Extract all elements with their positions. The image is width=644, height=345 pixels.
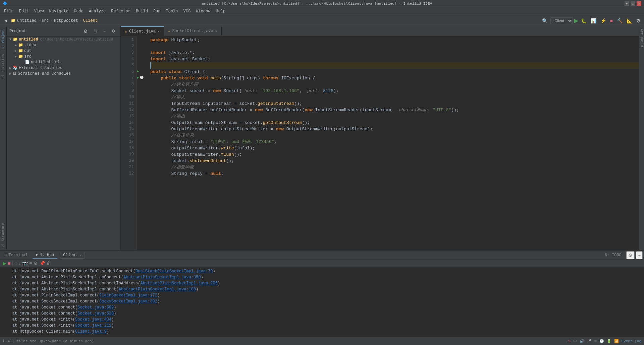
run-button[interactable]: ▶	[574, 17, 578, 24]
toolbar-back-button[interactable]: ◀	[2, 17, 9, 24]
link-11[interactable]: Client.java:9	[75, 329, 107, 334]
tool-window-2-favorites[interactable]: 2: Favorites	[1, 52, 6, 81]
run-minimize-button[interactable]: −	[636, 251, 643, 259]
menu-edit[interactable]: Edit	[16, 8, 32, 14]
menu-vcs[interactable]: VCS	[181, 8, 194, 14]
menu-run[interactable]: Run	[151, 8, 163, 14]
tree-item-out[interactable]: ▶ 📁 out	[7, 48, 120, 54]
run-indicator-7[interactable]: ▶	[137, 75, 139, 80]
link-4[interactable]: AbstractPlainSocketImpl.java:188	[119, 287, 196, 292]
link-5[interactable]: PlainSocketImpl.java:172	[99, 293, 157, 298]
code-line-22: String reply = null;	[150, 170, 639, 177]
tool-window-structure[interactable]: Z: Structure	[1, 220, 6, 250]
code-line-10: //输入	[150, 94, 639, 100]
run-with-coverage-button[interactable]: 📊	[589, 17, 598, 24]
status-text: All files are up-to-date (a minute ago)	[8, 339, 94, 343]
link-6[interactable]: SocksSocketImpl.java:392	[99, 299, 157, 304]
bottom-tab-todo[interactable]: 6: TODO	[601, 252, 625, 258]
battery-icon: 🔋	[607, 339, 611, 343]
run-restart-button[interactable]: ▶	[3, 261, 6, 266]
menu-build[interactable]: Build	[133, 8, 151, 14]
breadcrumb-src[interactable]: src	[42, 18, 49, 23]
tab-close-client[interactable]: ✕	[158, 29, 160, 33]
link-8[interactable]: Socket.java:538	[77, 311, 114, 316]
chinese-input-icon: 中	[573, 339, 577, 344]
tree-item-scratches[interactable]: ▶ 🗒 Scratches and Consoles	[7, 71, 120, 76]
menu-code[interactable]: Code	[71, 8, 86, 14]
profile-button[interactable]: ⚡	[599, 17, 607, 24]
keyboard-icon: ⌨	[594, 339, 597, 343]
status-right: S 中 🔊 🎤 ⌨ 🕐 🔋 📶 Event Log	[568, 339, 641, 344]
speaker-icon: 🔊	[580, 339, 584, 343]
link-7[interactable]: Socket.java:589	[77, 305, 114, 310]
breadcrumb-project[interactable]: untitled	[17, 18, 37, 23]
run-gear-button[interactable]: ⚙	[34, 261, 38, 266]
link-9[interactable]: Socket.java:434	[75, 317, 111, 322]
tab-close-socketclient[interactable]: ✕	[215, 29, 217, 33]
breadcrumb-client[interactable]: Client	[83, 18, 98, 23]
breadcrumb-icon: 📁	[11, 18, 16, 23]
event-log[interactable]: Event Log	[622, 339, 641, 343]
bottom-tab-run[interactable]: ▶ 4: Run	[33, 252, 57, 259]
output-line-7: at java.net.Socket.connect(Socket.java:5…	[3, 304, 641, 310]
debug-button[interactable]: 🐛	[580, 17, 588, 24]
run-subtab-close[interactable]: ✕	[80, 253, 82, 257]
terminal-label: Terminal	[8, 253, 28, 258]
bottom-panel: ⊞ Terminal ▶ 4: Run Client ✕ 6: TODO ⚙ −…	[0, 250, 644, 337]
tab-client-java[interactable]: ☕ Client.java ✕	[121, 26, 164, 36]
run-snapshot-button[interactable]: 📷	[22, 261, 28, 266]
link-10[interactable]: Socket.java:211	[75, 323, 111, 328]
project-gear-button[interactable]: ⚙	[109, 28, 118, 34]
project-expand-button[interactable]: ⇅	[92, 28, 100, 34]
link-3[interactable]: AbstractPlainSocketImpl.java:206	[140, 281, 217, 286]
project-settings-button[interactable]: ⚙	[81, 27, 90, 35]
run-pin-button[interactable]: 📌	[39, 261, 45, 266]
tree-arrow-src: ▶	[13, 55, 18, 59]
run-configuration-select[interactable]: Client	[550, 17, 573, 24]
menu-tools[interactable]: Tools	[163, 8, 181, 14]
run-settings-button[interactable]: ⚙	[626, 251, 635, 259]
tool-window-1-project[interactable]: 1: Project	[1, 26, 6, 52]
right-sidebar-artbuild[interactable]: Art Build	[639, 26, 644, 50]
menu-help[interactable]: Help	[213, 8, 228, 14]
close-button[interactable]: ✕	[637, 1, 641, 6]
folder-icon-scratches: 🗒	[13, 71, 17, 76]
link-1[interactable]: DualStackPlainSocketImpl.java:79	[136, 269, 213, 274]
search-everywhere-button[interactable]: 🔍	[541, 17, 549, 24]
debug-indicator-7[interactable]: ⚪	[140, 76, 144, 79]
project-collapse-button[interactable]: −	[101, 28, 108, 34]
menu-view[interactable]: View	[32, 8, 47, 14]
run-clear-button[interactable]: 🗑	[46, 261, 51, 266]
link-2[interactable]: AbstractPlainSocketImpl.java:350	[123, 275, 201, 280]
menu-navigate[interactable]: Navigate	[46, 8, 71, 14]
run-scroll-up[interactable]: ↑	[15, 261, 17, 266]
tree-item-untitled[interactable]: ▼ 📁 untitled C:\Users\hp\IdeaProjects\un…	[7, 37, 120, 42]
tab-socketclient-java[interactable]: ☕ SocketClient.java ✕	[164, 26, 222, 36]
run-fold-button[interactable]: ≡	[29, 261, 32, 266]
run-stop-button[interactable]: ■	[8, 261, 10, 266]
code-content[interactable]: package HttpSocket; import java.io.*; im…	[145, 36, 639, 250]
breadcrumb-httpsocket[interactable]: HttpSocket	[54, 18, 78, 23]
tree-item-ext-libs[interactable]: ▶ 📚 External Libraries	[7, 65, 120, 71]
folder-icon-untitled: 📁	[13, 37, 18, 42]
tree-item-src[interactable]: ▶ 📁 src	[7, 54, 120, 59]
run-subtab-label: Client	[63, 253, 77, 258]
code-line-9: Socket socket = new Socket( host: "192.1…	[150, 88, 639, 94]
menu-analyze[interactable]: Analyze	[86, 8, 108, 14]
settings-button[interactable]: ⚙	[635, 17, 642, 24]
menu-refactor[interactable]: Refactor	[108, 8, 133, 14]
stop-button[interactable]: ■	[609, 17, 614, 24]
minimize-button[interactable]: −	[625, 1, 629, 6]
tree-item-idea[interactable]: ▶ 📁 .idea	[7, 42, 120, 48]
bottom-tab-terminal[interactable]: ⊞ Terminal	[1, 252, 31, 258]
run-indicator-6[interactable]: ▶	[137, 69, 139, 73]
maximize-button[interactable]: □	[631, 1, 635, 6]
menu-file[interactable]: File	[1, 8, 16, 14]
menu-window[interactable]: Window	[193, 8, 213, 14]
run-subtab-client[interactable]: Client ✕	[60, 252, 85, 259]
build-button[interactable]: 🔨	[615, 17, 624, 24]
run-scroll-down[interactable]: ↓	[18, 261, 21, 266]
tree-path-untitled: C:\Users\hp\IdeaProjects\untitled	[40, 38, 113, 42]
project-structure-button[interactable]: 📐	[625, 17, 634, 24]
tree-item-iml[interactable]: 📄 untitled.iml	[7, 59, 120, 65]
